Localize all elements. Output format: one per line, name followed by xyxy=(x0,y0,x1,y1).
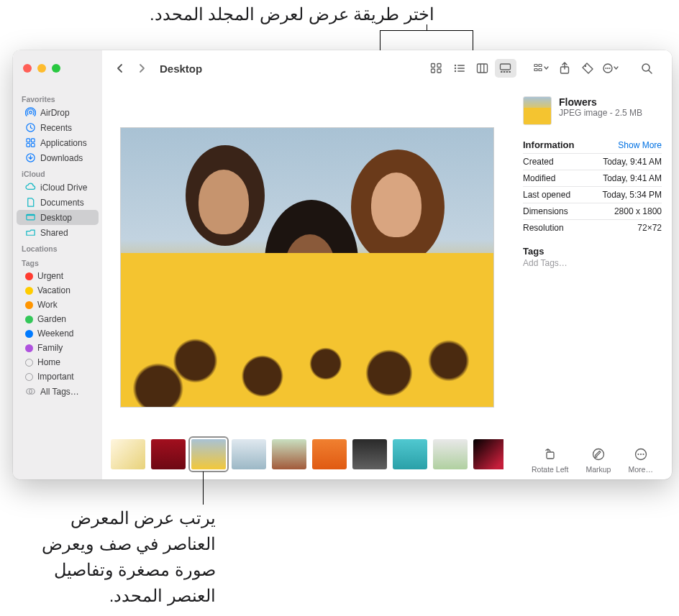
sidebar-item[interactable]: Weekend xyxy=(17,326,99,341)
thumbnail[interactable] xyxy=(473,439,503,469)
view-switcher xyxy=(426,59,516,78)
more-actions-button[interactable]: More… xyxy=(629,446,653,474)
svg-rect-32 xyxy=(27,139,30,142)
sidebar-item[interactable]: All Tags… xyxy=(17,384,99,399)
sidebar-item[interactable]: Work xyxy=(17,298,99,312)
preview-area xyxy=(111,86,503,433)
sidebar-item[interactable]: Desktop xyxy=(17,210,99,225)
tag-ring-icon xyxy=(25,359,33,367)
thumbnail[interactable] xyxy=(151,439,186,469)
callout-connector xyxy=(203,472,204,505)
sidebar-item[interactable]: Documents xyxy=(17,195,99,210)
show-more-link[interactable]: Show More xyxy=(618,140,662,150)
thumbnail[interactable] xyxy=(191,439,226,469)
markup-button[interactable]: Markup xyxy=(585,446,611,474)
finder-window: Desktop xyxy=(13,50,672,479)
close-button[interactable] xyxy=(23,64,32,73)
svg-point-4 xyxy=(455,65,456,66)
icloud-icon xyxy=(25,182,36,193)
sidebar-item-label: Urgent xyxy=(37,271,63,281)
info-value: 72×72 xyxy=(637,223,662,233)
sidebar-item-label: Family xyxy=(37,343,63,353)
markup-label: Markup xyxy=(585,465,611,474)
svg-rect-38 xyxy=(27,214,35,216)
sidebar-item-label: Documents xyxy=(40,198,84,208)
sidebar-item-label: All Tags… xyxy=(40,387,79,397)
sidebar-item[interactable]: iCloud Drive xyxy=(17,180,99,195)
minimize-button[interactable] xyxy=(37,64,46,73)
location-title: Desktop xyxy=(160,63,202,75)
svg-point-6 xyxy=(455,68,456,69)
info-thumbnail-icon xyxy=(523,96,552,125)
svg-rect-19 xyxy=(534,69,537,71)
sidebar-item-label: Home xyxy=(37,357,60,367)
recents-icon xyxy=(25,122,36,133)
back-button[interactable] xyxy=(111,59,129,78)
preview-image[interactable] xyxy=(120,127,494,408)
sidebar-item[interactable]: Applications xyxy=(17,135,99,150)
sidebar-item-label: AirDrop xyxy=(40,108,70,118)
svg-rect-5 xyxy=(457,65,465,66)
svg-rect-16 xyxy=(506,71,509,73)
tag-color-icon xyxy=(25,287,33,295)
gallery-area xyxy=(102,86,512,479)
svg-point-44 xyxy=(637,454,639,455)
list-view-button[interactable] xyxy=(449,59,470,78)
toolbar: Desktop xyxy=(102,50,672,86)
tags-button[interactable] xyxy=(577,59,598,78)
window-controls xyxy=(13,50,102,86)
thumbnail[interactable] xyxy=(352,439,387,469)
svg-point-23 xyxy=(585,65,586,67)
svg-rect-34 xyxy=(27,143,30,147)
thumbnail-strip xyxy=(111,433,503,479)
tag-color-icon xyxy=(25,272,33,280)
sidebar-item-label: Work xyxy=(37,300,58,310)
gallery-view-button[interactable] xyxy=(495,59,516,78)
info-value: Today, 5:34 PM xyxy=(603,190,662,200)
thumbnail[interactable] xyxy=(393,439,427,469)
svg-line-29 xyxy=(649,70,652,73)
icon-view-button[interactable] xyxy=(426,59,447,78)
doc-icon xyxy=(25,197,36,208)
svg-rect-1 xyxy=(437,64,441,68)
share-button[interactable] xyxy=(554,59,575,78)
sidebar-item[interactable]: Family xyxy=(17,341,99,355)
info-row: Resolution72×72 xyxy=(523,219,662,236)
download-icon xyxy=(25,152,36,163)
info-value: Today, 9:41 AM xyxy=(603,173,662,183)
svg-rect-17 xyxy=(509,71,511,73)
tag-color-icon xyxy=(25,330,33,338)
rotate-left-button[interactable]: Rotate Left xyxy=(532,446,568,474)
sidebar-item[interactable]: Garden xyxy=(17,312,99,326)
add-tags-field[interactable]: Add Tags… xyxy=(523,258,662,268)
sidebar-item-label: Recents xyxy=(40,123,72,133)
forward-button[interactable] xyxy=(132,59,151,78)
sidebar-item[interactable]: Important xyxy=(17,369,99,384)
search-button[interactable] xyxy=(636,59,657,78)
info-value: 2800 x 1800 xyxy=(614,206,662,216)
thumbnail[interactable] xyxy=(433,439,468,469)
thumbnail[interactable] xyxy=(232,439,266,469)
zoom-button[interactable] xyxy=(52,64,60,73)
info-row: Last openedToday, 5:34 PM xyxy=(523,186,662,203)
sidebar-item[interactable]: Urgent xyxy=(17,269,99,283)
action-menu-button[interactable] xyxy=(600,59,621,78)
sidebar-item[interactable]: Recents xyxy=(17,120,99,135)
thumbnail[interactable] xyxy=(272,439,306,469)
column-view-button[interactable] xyxy=(472,59,493,78)
sidebar-item[interactable]: Downloads xyxy=(17,150,99,165)
svg-rect-20 xyxy=(539,65,542,67)
svg-rect-33 xyxy=(31,139,35,142)
thumbnail[interactable] xyxy=(111,439,145,469)
svg-rect-10 xyxy=(478,64,488,73)
svg-point-8 xyxy=(455,70,456,72)
group-by-button[interactable] xyxy=(531,59,552,78)
svg-point-30 xyxy=(29,111,32,114)
sidebar-item[interactable]: AirDrop xyxy=(17,105,99,120)
sidebar-item[interactable]: Home xyxy=(17,355,99,369)
sidebar-item[interactable]: Shared xyxy=(17,225,99,240)
sidebar-item[interactable]: Vacation xyxy=(17,283,99,298)
desktop-icon xyxy=(25,212,36,223)
thumbnail[interactable] xyxy=(312,439,347,469)
rotate-left-icon xyxy=(542,446,558,462)
